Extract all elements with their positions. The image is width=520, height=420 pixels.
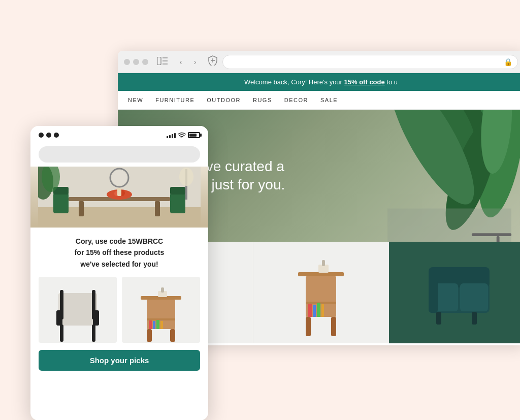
dining-room-scene — [30, 167, 208, 228]
banner-text: Welcome back, Cory! Here's your — [244, 78, 344, 86]
svg-rect-25 — [298, 272, 344, 276]
svg-rect-48 — [155, 201, 160, 216]
svg-rect-76 — [153, 321, 155, 329]
phone-promo-text: Cory, use code 15WBRCC for 15% off these… — [39, 236, 200, 270]
svg-rect-77 — [156, 320, 159, 329]
svg-rect-14 — [387, 209, 511, 242]
battery-icon — [188, 132, 200, 138]
svg-point-8 — [357, 110, 520, 215]
phone-status-bar — [30, 126, 208, 144]
site-navigation: NEW FURNITURE OUTDOOR RUGS DECOR SALE — [118, 91, 520, 110]
svg-point-10 — [334, 110, 491, 169]
browser-window-controls — [124, 59, 148, 65]
wifi-icon — [178, 132, 186, 138]
svg-rect-0 — [157, 57, 161, 65]
svg-rect-28 — [308, 304, 312, 317]
phone-search-bar[interactable] — [39, 146, 200, 163]
phone-dot-2 — [46, 133, 51, 138]
svg-rect-30 — [317, 303, 320, 317]
minimize-dot[interactable] — [133, 59, 139, 65]
svg-rect-68 — [60, 325, 63, 342]
svg-rect-41 — [436, 312, 441, 325]
svg-rect-16 — [497, 236, 500, 242]
maximize-dot[interactable] — [142, 59, 148, 65]
product-tile-sofa[interactable] — [389, 242, 520, 343]
svg-rect-15 — [472, 233, 511, 236]
sidebar-toggle-icon[interactable] — [157, 57, 168, 67]
svg-rect-64 — [58, 293, 97, 319]
phone-product-grid — [39, 277, 200, 343]
forward-button[interactable]: › — [189, 56, 201, 68]
svg-rect-70 — [60, 290, 63, 319]
svg-rect-56 — [170, 193, 185, 213]
svg-rect-74 — [147, 318, 175, 320]
phone-hero-image — [30, 167, 208, 228]
shield-icon — [208, 55, 217, 68]
svg-rect-31 — [321, 304, 324, 317]
svg-point-7 — [442, 110, 520, 192]
nav-item-furniture[interactable]: FURNITURE — [155, 97, 194, 103]
svg-point-43 — [181, 138, 182, 138]
phone-status-icons — [167, 132, 200, 138]
mobile-phone-window: Cory, use code 15WBRCC for 15% off these… — [30, 126, 208, 420]
browser-nav-controls: ‹ › — [175, 56, 201, 68]
nav-item-sale[interactable]: SALE — [320, 97, 338, 103]
svg-rect-78 — [160, 321, 163, 329]
svg-rect-39 — [460, 283, 488, 311]
phone-dot-1 — [39, 133, 44, 138]
svg-rect-53 — [117, 188, 121, 196]
shop-your-picks-button[interactable]: Shop your picks — [39, 350, 200, 371]
phone-content-area: Cory, use code 15WBRCC for 15% off these… — [30, 228, 208, 375]
phone-window-dots — [39, 133, 59, 138]
svg-point-63 — [179, 168, 193, 186]
svg-rect-69 — [92, 325, 95, 342]
banner-discount-link[interactable]: 15% off code — [344, 78, 385, 86]
nav-item-rugs[interactable]: RUGS — [253, 97, 272, 103]
svg-point-12 — [376, 110, 489, 215]
product-tile-side-table[interactable] — [253, 242, 389, 343]
nav-item-decor[interactable]: DECOR — [284, 97, 308, 103]
svg-rect-47 — [79, 201, 84, 216]
lock-icon: 🔒 — [504, 58, 512, 66]
nav-item-new[interactable]: NEW — [128, 97, 143, 103]
phone-product-tile-table[interactable] — [122, 277, 200, 343]
svg-rect-40 — [429, 280, 438, 313]
svg-rect-54 — [53, 193, 69, 213]
svg-point-6 — [397, 110, 520, 188]
svg-rect-71 — [92, 290, 95, 319]
svg-rect-80 — [170, 329, 175, 342]
svg-rect-65 — [58, 318, 97, 326]
browser-toolbar: ‹ › 🔒 — [118, 51, 520, 73]
site-banner: Welcome back, Cory! Here's your 15% off … — [118, 73, 520, 91]
nav-item-outdoor[interactable]: OUTDOOR — [207, 97, 241, 103]
close-dot[interactable] — [124, 59, 130, 65]
back-button[interactable]: ‹ — [175, 56, 187, 68]
banner-text-after: to u — [385, 78, 398, 86]
signal-icon — [167, 132, 176, 138]
svg-rect-82 — [161, 287, 164, 293]
svg-point-9 — [470, 110, 520, 221]
phone-dot-3 — [54, 133, 59, 138]
phone-product-tile-chair[interactable] — [39, 277, 117, 343]
svg-rect-27 — [306, 302, 336, 304]
svg-point-11 — [435, 112, 508, 236]
svg-rect-79 — [147, 329, 152, 342]
address-bar[interactable]: 🔒 — [222, 55, 518, 69]
svg-rect-57 — [170, 187, 185, 195]
svg-rect-35 — [322, 260, 325, 266]
svg-rect-32 — [306, 317, 311, 336]
svg-rect-75 — [149, 320, 152, 329]
svg-rect-29 — [313, 305, 316, 317]
svg-point-13 — [477, 110, 515, 175]
svg-rect-33 — [331, 317, 336, 336]
svg-point-61 — [112, 170, 127, 185]
svg-rect-42 — [472, 312, 477, 325]
